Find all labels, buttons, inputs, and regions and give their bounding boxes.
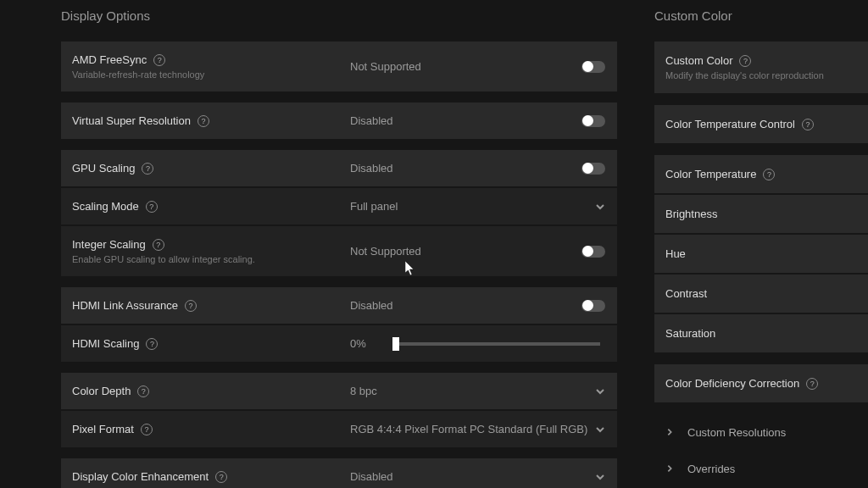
side-setting-row[interactable]: Saturation xyxy=(654,314,868,352)
side-label: Color Temperature Control xyxy=(665,118,795,130)
chevron-down-icon xyxy=(595,424,605,435)
nav-item[interactable]: Custom Resolutions xyxy=(654,414,868,451)
help-icon[interactable]: ? xyxy=(806,378,818,390)
setting-value: Not Supported xyxy=(350,60,421,73)
setting-label: Color Depth xyxy=(72,385,131,397)
side-label: Color Temperature xyxy=(665,168,756,180)
help-icon[interactable]: ? xyxy=(146,338,158,350)
hdmi-scaling-slider[interactable] xyxy=(392,342,600,346)
setting-row: Color Depth?8 bpc xyxy=(61,373,617,409)
help-icon[interactable]: ? xyxy=(739,55,751,67)
side-label: Contrast xyxy=(665,287,707,300)
setting-sublabel: Variable-refresh-rate technology xyxy=(72,69,338,80)
setting-label: Integer Scaling xyxy=(72,238,146,251)
side-setting-row[interactable]: Hue xyxy=(654,235,868,273)
setting-label: Virtual Super Resolution xyxy=(72,114,191,127)
setting-value: Not Supported xyxy=(350,245,421,258)
toggle-switch[interactable] xyxy=(581,115,605,127)
help-icon[interactable]: ? xyxy=(198,115,209,127)
help-icon[interactable]: ? xyxy=(153,54,165,66)
chevron-down-icon xyxy=(595,202,605,212)
setting-value: Disabled xyxy=(350,162,393,175)
help-icon[interactable]: ? xyxy=(153,239,164,251)
setting-row: Pixel Format?RGB 4:4:4 Pixel Format PC S… xyxy=(61,411,617,447)
side-setting-row[interactable]: Contrast xyxy=(654,274,868,313)
help-icon[interactable]: ? xyxy=(146,201,158,213)
help-icon[interactable]: ? xyxy=(142,163,153,175)
setting-row: HDMI Scaling?0% xyxy=(61,325,617,362)
chevron-down-icon xyxy=(595,386,605,396)
dropdown[interactable]: 8 bpc xyxy=(338,385,617,397)
setting-sublabel: Enable GPU scaling to allow integer scal… xyxy=(72,254,338,264)
setting-row: Display Color Enhancement?Disabled xyxy=(61,458,617,488)
side-label: Hue xyxy=(665,247,686,260)
help-icon[interactable]: ? xyxy=(763,169,775,180)
setting-value: 8 bpc xyxy=(350,385,377,397)
help-icon[interactable]: ? xyxy=(141,424,153,435)
setting-row: AMD FreeSync?Variable-refresh-rate techn… xyxy=(61,42,617,92)
setting-label: AMD FreeSync xyxy=(72,53,147,66)
side-label: Saturation xyxy=(665,327,715,340)
nav-item[interactable]: Overrides xyxy=(654,451,868,487)
dropdown[interactable]: RGB 4:4:4 Pixel Format PC Standard (Full… xyxy=(338,423,617,435)
side-sublabel: Modify the display's color reproduction xyxy=(665,70,824,80)
setting-row: Integer Scaling?Enable GPU scaling to al… xyxy=(61,226,617,276)
setting-label: Pixel Format xyxy=(72,423,134,435)
help-icon[interactable]: ? xyxy=(802,119,814,130)
toggle-switch[interactable] xyxy=(581,246,605,258)
side-setting-row[interactable]: Custom Color?Modify the display's color … xyxy=(654,42,868,93)
nav-label: Custom Resolutions xyxy=(687,426,786,439)
chevron-down-icon xyxy=(595,472,605,482)
side-setting-row[interactable]: Color Temperature Control? xyxy=(654,105,868,143)
setting-label: Display Color Enhancement xyxy=(72,470,209,483)
toggle-switch[interactable] xyxy=(581,163,605,175)
help-icon[interactable]: ? xyxy=(137,385,149,397)
setting-label: HDMI Link Assurance xyxy=(72,299,178,312)
setting-value: Full panel xyxy=(350,200,398,213)
help-icon[interactable]: ? xyxy=(215,471,227,483)
setting-row: Scaling Mode?Full panel xyxy=(61,188,617,225)
dropdown[interactable]: Disabled xyxy=(338,470,617,483)
toggle-switch[interactable] xyxy=(581,300,605,312)
side-setting-row[interactable]: Color Deficiency Correction? xyxy=(654,364,868,402)
setting-label: Scaling Mode xyxy=(72,200,139,213)
chevron-right-icon xyxy=(665,463,674,475)
side-label: Brightness xyxy=(665,208,717,220)
side-setting-row[interactable]: Color Temperature? xyxy=(654,155,868,193)
slider-value: 0% xyxy=(350,337,376,350)
chevron-right-icon xyxy=(665,426,674,439)
setting-label: GPU Scaling xyxy=(72,162,135,175)
setting-value: Disabled xyxy=(350,299,393,312)
side-label: Custom Color xyxy=(665,54,732,67)
setting-row: GPU Scaling?Disabled xyxy=(61,150,617,186)
setting-row: Virtual Super Resolution?Disabled xyxy=(61,103,617,139)
setting-value: Disabled xyxy=(350,470,393,483)
custom-color-title: Custom Color xyxy=(654,8,868,23)
dropdown[interactable]: Full panel xyxy=(338,200,617,213)
slider-thumb[interactable] xyxy=(392,337,399,351)
nav-label: Overrides xyxy=(687,463,735,475)
help-icon[interactable]: ? xyxy=(185,300,197,312)
side-setting-row[interactable]: Brightness xyxy=(654,195,868,233)
setting-value: RGB 4:4:4 Pixel Format PC Standard (Full… xyxy=(350,423,587,435)
display-options-title: Display Options xyxy=(61,8,617,23)
setting-label: HDMI Scaling xyxy=(72,337,139,350)
side-label: Color Deficiency Correction xyxy=(665,377,799,390)
setting-value: Disabled xyxy=(350,114,393,127)
setting-row: HDMI Link Assurance?Disabled xyxy=(61,287,617,324)
toggle-switch[interactable] xyxy=(581,61,605,73)
